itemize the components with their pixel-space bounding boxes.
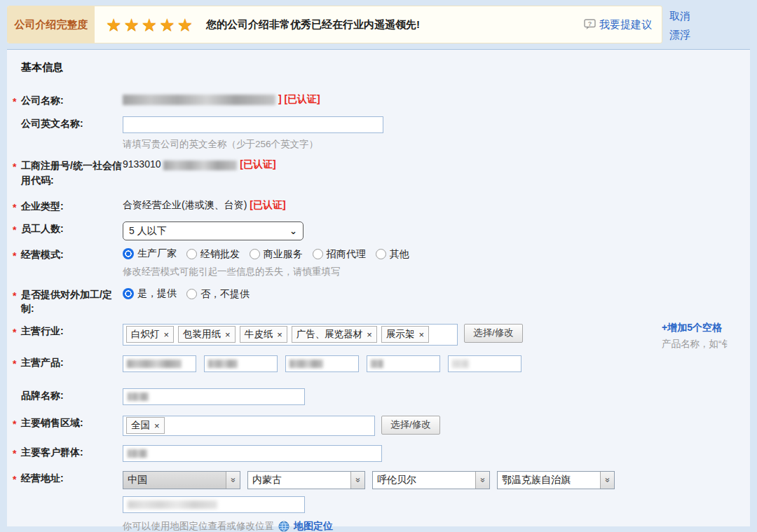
radio-label: 否，不提供 — [200, 288, 250, 301]
completeness-body: ★★★★★ 您的公司介绍非常优秀已经在行业内遥遥领先! ? 我要提建议 — [95, 6, 662, 43]
industry-tag: 牛皮纸× — [240, 326, 287, 343]
star-icon: ★ — [177, 15, 195, 34]
product-input[interactable] — [448, 355, 521, 372]
product-input[interactable] — [123, 355, 196, 372]
company-name-label: 公司名称: — [10, 91, 123, 107]
tag-close-icon[interactable]: × — [164, 329, 170, 340]
radio-label: 经销批发 — [200, 248, 240, 261]
outsourcing-label: 是否提供对外加工/定制: — [10, 285, 123, 316]
tag-label: 白炽灯 — [131, 328, 160, 341]
redacted-company-name — [123, 95, 275, 105]
svg-text:?: ? — [588, 20, 592, 27]
reg-number-label: 工商注册号/统一社会信用代码: — [10, 156, 123, 187]
star-icon: ★ — [106, 15, 123, 34]
completeness-label: 公司介绍完整度 — [8, 6, 95, 43]
tag-close-icon[interactable]: × — [154, 421, 160, 431]
reg-number-visible: 9133010 — [123, 158, 161, 170]
redacted-product — [371, 360, 383, 368]
company-name-value: ] [已认证] — [123, 91, 750, 106]
company-type-label: 企业类型: — [10, 197, 123, 213]
radio-option[interactable]: 是，提供 — [123, 287, 177, 300]
outsourcing-options: 是，提供 否，不提供 — [123, 285, 750, 301]
product-input[interactable] — [367, 355, 440, 372]
map-locate-link[interactable]: 地图定位 — [294, 520, 333, 532]
customers-input[interactable] — [123, 445, 382, 462]
business-model-label: 经营模式: — [10, 245, 123, 261]
redacted-brand — [128, 393, 149, 401]
radio-option[interactable]: 其他 — [376, 248, 409, 261]
select-arrow-button: « — [600, 472, 614, 489]
employees-label: 员工人数: — [10, 219, 123, 236]
select-value: 鄂温克族自治旗 — [498, 474, 600, 486]
radio-option[interactable]: 经销批发 — [186, 248, 240, 261]
employees-selected-value: 5 人以下 — [129, 225, 167, 238]
redacted-reg-number — [163, 161, 237, 170]
business-model-options: 生产厂家 经销批发 商业服务 招商代理 其他 — [123, 247, 750, 261]
redacted-street — [128, 500, 217, 509]
business-model-hint: 修改经营模式可能引起一些信息的丢失，请慎重填写 — [123, 266, 750, 278]
radio-label: 招商代理 — [327, 248, 366, 261]
redacted-product — [127, 360, 182, 368]
industry-tag: 白炽灯× — [126, 326, 174, 343]
company-name-suffix: ] — [278, 93, 282, 104]
country-select[interactable]: 中国 « — [123, 471, 240, 489]
company-name-en-hint: 请填写贵公司的英文全称（少于256个英文字） — [123, 138, 750, 151]
redacted-customers — [128, 449, 147, 458]
main-industry-label: 主营行业: — [10, 322, 123, 338]
product-input[interactable] — [285, 355, 359, 372]
employees-select[interactable]: 5 人以下 ⌄ — [123, 221, 304, 240]
corner-links: 取消 漂浮 — [662, 6, 690, 43]
radio-option[interactable]: 招商代理 — [313, 248, 366, 261]
tag-label: 包装用纸 — [183, 328, 221, 341]
float-link[interactable]: 漂浮 — [669, 29, 690, 42]
top-bar: 公司介绍完整度 ★★★★★ 您的公司介绍非常优秀已经在行业内遥遥领先! ? 我要… — [0, 0, 757, 43]
redacted-product — [452, 360, 469, 368]
basic-info-panel: 基本信息 公司名称: ] [已认证] 公司英文名称: 请填写贵公司的英文全称（少… — [7, 49, 750, 526]
feedback-link[interactable]: ? 我要提建议 — [584, 18, 652, 32]
products-side-note: +增加5个空格 产品名称，如“钅 — [662, 322, 731, 350]
tag-label: 牛皮纸 — [245, 328, 273, 341]
sales-region-tagbox[interactable]: 全国× — [123, 416, 375, 436]
tag-close-icon[interactable]: × — [225, 329, 231, 340]
product-input[interactable] — [204, 355, 278, 372]
select-arrow-button: « — [475, 472, 489, 489]
tag-close-icon[interactable]: × — [418, 329, 424, 340]
street-address-input[interactable] — [123, 496, 305, 513]
redacted-product — [208, 360, 238, 368]
city-select[interactable]: 呼伦贝尔 « — [372, 471, 490, 489]
question-bubble-icon: ? — [584, 19, 596, 30]
main-industry-tagbox[interactable]: 白炽灯× 包装用纸× 牛皮纸× 广告、展览器材× 展示架× — [123, 324, 458, 346]
industry-tag: 广告、展览器材× — [292, 326, 377, 343]
radio-icon — [313, 249, 323, 259]
radio-option[interactable]: 生产厂家 — [123, 247, 177, 260]
main-products-label: 主营产品: — [10, 353, 123, 369]
industry-edit-button[interactable]: 选择/修改 — [464, 324, 523, 343]
industry-tag: 包装用纸× — [178, 326, 236, 343]
region-edit-button[interactable]: 选择/修改 — [381, 416, 440, 435]
products-hint: 产品名称，如“钅 — [662, 338, 731, 350]
radio-checked-icon — [123, 288, 134, 299]
cancel-link[interactable]: 取消 — [669, 10, 690, 23]
radio-icon — [376, 249, 386, 259]
chevron-down-icon: « — [229, 477, 238, 482]
tag-label: 全国 — [131, 419, 150, 432]
tag-label: 展示架 — [386, 328, 415, 341]
brand-input[interactable] — [123, 388, 305, 405]
select-arrow-button: « — [226, 472, 240, 489]
radio-option[interactable]: 否，不提供 — [186, 288, 250, 301]
chevron-down-icon: « — [354, 477, 362, 482]
star-icon: ★ — [142, 15, 159, 34]
district-select[interactable]: 鄂温克族自治旗 « — [497, 471, 615, 489]
reg-number-value: 9133010 [已认证] — [123, 156, 750, 171]
province-select[interactable]: 内蒙古 « — [247, 471, 365, 489]
section-title: 基本信息 — [21, 61, 750, 74]
tag-close-icon[interactable]: × — [277, 329, 282, 340]
brand-label: 品牌名称: — [10, 386, 123, 402]
company-name-en-input[interactable] — [123, 116, 383, 133]
select-value: 呼伦贝尔 — [373, 474, 475, 486]
radio-option[interactable]: 商业服务 — [250, 248, 303, 261]
tag-close-icon[interactable]: × — [367, 329, 372, 340]
add-product-slots-link[interactable]: +增加5个空格 — [662, 322, 731, 334]
completeness-message: 您的公司介绍非常优秀已经在行业内遥遥领先! — [206, 18, 420, 32]
company-name-en-label: 公司英文名称: — [10, 114, 123, 130]
